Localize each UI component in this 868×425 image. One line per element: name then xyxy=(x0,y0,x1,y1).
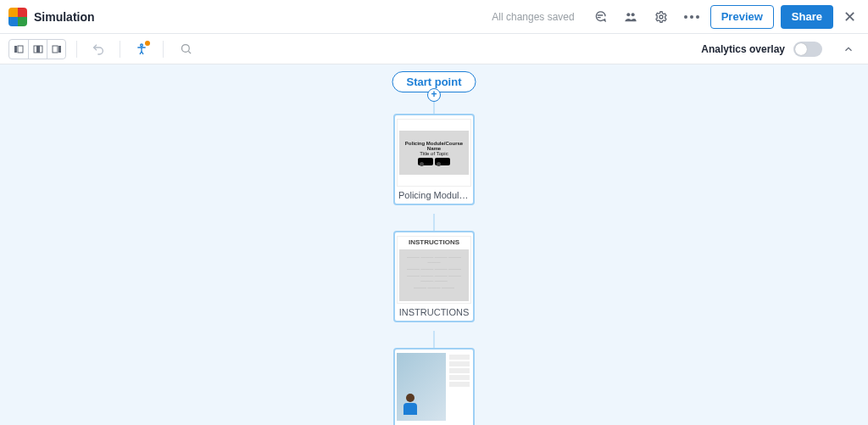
flow-node-instructions[interactable]: INSTRUCTIONS ——— ——— ——— ——— ——— ——— ———… xyxy=(393,231,475,322)
flow-node-policing-module[interactable]: Policing Module/Course Name Title of Top… xyxy=(393,114,475,205)
node-thumbnail: Policing Module/Course Name Title of Top… xyxy=(397,119,471,187)
node-label: Policing ModuleCou... xyxy=(395,187,473,204)
collaborators-icon[interactable] xyxy=(619,5,643,29)
svg-rect-6 xyxy=(36,46,40,53)
document-title: Simulation xyxy=(34,10,95,24)
flow-connector xyxy=(434,214,435,231)
comments-icon[interactable] xyxy=(588,5,612,29)
add-node-button[interactable]: + xyxy=(427,88,441,102)
undo-icon[interactable] xyxy=(87,38,109,60)
more-menu-icon[interactable] xyxy=(680,5,704,29)
app-logo xyxy=(8,8,27,26)
save-status: All changes saved xyxy=(492,11,574,23)
collapse-toolbar-icon[interactable] xyxy=(837,38,860,60)
svg-point-2 xyxy=(659,15,663,19)
svg-rect-3 xyxy=(14,46,17,53)
layout-panel-right-icon[interactable] xyxy=(47,40,65,59)
svg-point-1 xyxy=(631,13,634,16)
svg-rect-7 xyxy=(58,46,61,53)
flow-canvas[interactable]: Start point + Policing Module/Course Nam… xyxy=(0,64,868,425)
node-thumbnail xyxy=(397,353,471,421)
svg-point-0 xyxy=(626,13,630,16)
close-icon[interactable]: ✕ xyxy=(840,8,860,26)
node-label xyxy=(395,421,473,425)
layout-panel-center-icon[interactable] xyxy=(28,40,47,59)
node-thumbnail: INSTRUCTIONS ——— ——— ——— ——— ——— ——— ———… xyxy=(397,236,471,304)
svg-point-10 xyxy=(181,45,189,53)
flow-connector xyxy=(434,331,435,348)
analytics-overlay-label: Analytics overlay xyxy=(701,43,785,55)
thumb-subtitle: Title of Topic xyxy=(420,151,448,156)
svg-point-9 xyxy=(141,44,143,47)
node-label: INSTRUCTIONS xyxy=(395,304,473,321)
app-header: Simulation All changes saved Preview Sha… xyxy=(0,0,868,34)
accessibility-check-icon[interactable] xyxy=(131,38,153,60)
search-icon[interactable] xyxy=(174,37,198,61)
settings-gear-icon[interactable] xyxy=(649,5,673,29)
analytics-overlay-toggle[interactable] xyxy=(793,42,822,57)
svg-rect-8 xyxy=(53,46,58,53)
layout-mode-group xyxy=(8,39,66,59)
share-button[interactable]: Share xyxy=(781,5,833,29)
car-illustration xyxy=(418,158,450,165)
svg-rect-4 xyxy=(18,46,23,53)
flow-node-scenario[interactable] xyxy=(393,348,475,425)
layout-panel-left-icon[interactable] xyxy=(9,40,28,59)
preview-button[interactable]: Preview xyxy=(710,5,774,29)
flow-connector xyxy=(434,102,435,114)
thumb-heading: INSTRUCTIONS xyxy=(409,238,459,246)
thumb-title: Policing Module/Course Name xyxy=(401,141,467,151)
toolbar: Analytics overlay xyxy=(0,34,868,64)
warning-badge-dot xyxy=(145,41,150,46)
officer-illustration xyxy=(402,394,419,417)
